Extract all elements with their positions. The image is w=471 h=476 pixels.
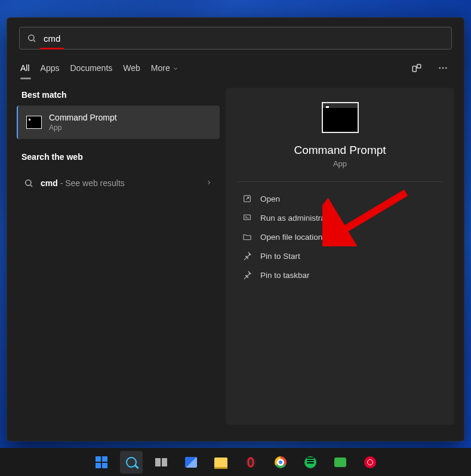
svg-point-6 bbox=[445, 67, 447, 69]
action-pin-taskbar[interactable]: Pin to taskbar bbox=[238, 265, 442, 285]
quick-layout-icon[interactable] bbox=[409, 60, 424, 76]
preview-title: Command Prompt bbox=[238, 144, 442, 157]
tab-documents[interactable]: Documents bbox=[70, 63, 112, 73]
pin-icon bbox=[242, 270, 252, 280]
svg-rect-2 bbox=[412, 66, 416, 72]
web-search-item[interactable]: cmd - See web results bbox=[17, 172, 220, 194]
start-button[interactable] bbox=[90, 451, 113, 474]
more-options-icon[interactable] bbox=[435, 60, 451, 76]
chat-button[interactable] bbox=[329, 451, 352, 474]
open-icon bbox=[242, 194, 252, 203]
task-view-button[interactable] bbox=[150, 451, 173, 474]
section-search-web: Search the web bbox=[17, 150, 220, 168]
search-box[interactable] bbox=[19, 27, 452, 50]
admin-icon bbox=[242, 213, 252, 222]
taskbar-search[interactable] bbox=[120, 451, 143, 474]
svg-line-8 bbox=[30, 185, 32, 187]
youtube-music-button[interactable] bbox=[359, 451, 381, 474]
web-query: cmd bbox=[41, 178, 58, 188]
action-label: Run as administrator bbox=[260, 214, 335, 222]
search-input[interactable] bbox=[44, 33, 444, 44]
action-label: Open file location bbox=[260, 233, 322, 242]
opera-button[interactable] bbox=[239, 451, 262, 474]
preview-app-icon bbox=[322, 102, 359, 133]
section-best-match: Best match bbox=[17, 88, 220, 106]
action-run-admin[interactable]: Run as administrator bbox=[238, 208, 442, 227]
widgets-button[interactable] bbox=[180, 451, 202, 474]
chevron-down-icon bbox=[173, 66, 178, 72]
taskbar bbox=[0, 448, 471, 476]
pin-icon bbox=[242, 251, 252, 261]
chevron-right-icon bbox=[205, 178, 213, 188]
preview-type: App bbox=[238, 159, 442, 168]
folder-icon bbox=[242, 232, 252, 242]
svg-point-7 bbox=[26, 180, 31, 186]
svg-point-0 bbox=[29, 35, 34, 41]
divider bbox=[238, 181, 442, 182]
best-match-item[interactable]: Command Prompt App bbox=[17, 106, 220, 139]
action-open[interactable]: Open bbox=[238, 189, 442, 208]
spotify-button[interactable] bbox=[299, 451, 322, 474]
action-pin-start[interactable]: Pin to Start bbox=[238, 246, 442, 265]
tab-web[interactable]: Web bbox=[123, 63, 140, 73]
tab-all[interactable]: All bbox=[20, 63, 30, 73]
svg-point-5 bbox=[442, 67, 444, 69]
web-suffix: - See web results bbox=[58, 178, 125, 188]
search-icon bbox=[126, 457, 137, 468]
tab-more[interactable]: More bbox=[151, 63, 178, 73]
svg-point-13 bbox=[245, 457, 255, 467]
action-label: Open bbox=[260, 194, 280, 203]
preview-pane: Command Prompt App Open Run as administr… bbox=[226, 88, 454, 425]
best-match-type: App bbox=[49, 123, 117, 132]
file-explorer-button[interactable] bbox=[210, 451, 232, 474]
search-icon bbox=[27, 33, 36, 43]
tab-active-indicator bbox=[20, 78, 31, 79]
results-column: Best match Command Prompt App Search the… bbox=[17, 88, 220, 425]
action-label: Pin to Start bbox=[260, 252, 300, 261]
search-panel: All Apps Documents Web More Best match C… bbox=[7, 17, 464, 441]
svg-point-4 bbox=[439, 67, 441, 69]
search-icon bbox=[24, 178, 33, 188]
action-open-location[interactable]: Open file location bbox=[238, 227, 442, 246]
filter-tabs: All Apps Documents Web More bbox=[7, 50, 464, 79]
command-prompt-icon bbox=[26, 116, 42, 129]
tab-apps[interactable]: Apps bbox=[41, 63, 60, 73]
best-match-title: Command Prompt bbox=[49, 113, 117, 122]
chrome-button[interactable] bbox=[269, 451, 292, 474]
svg-line-1 bbox=[33, 40, 35, 42]
action-label: Pin to taskbar bbox=[260, 271, 310, 280]
svg-rect-3 bbox=[417, 64, 421, 68]
